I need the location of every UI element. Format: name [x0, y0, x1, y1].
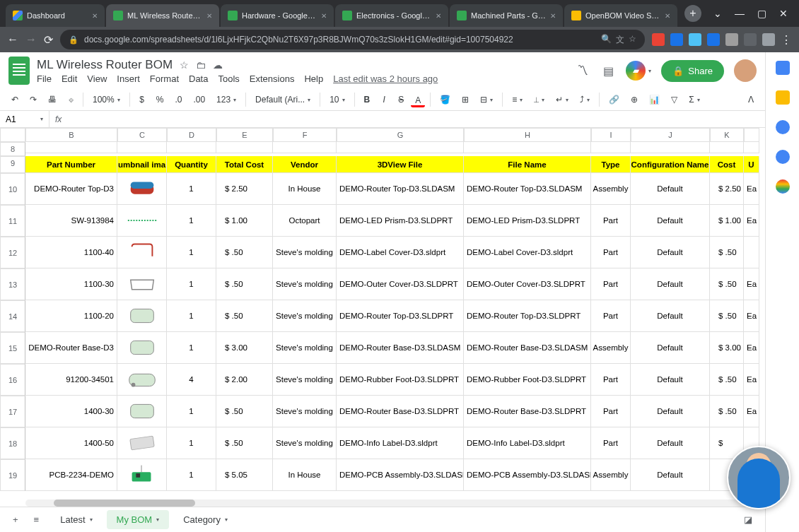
tab-close-icon[interactable]: ✕ — [550, 12, 556, 20]
column-title[interactable]: Vendor — [273, 156, 337, 173]
unit-cell[interactable]: Ea — [744, 300, 759, 332]
column-header[interactable]: C — [117, 128, 167, 142]
3dview-cell[interactable]: DEMO-Info Label-D3.sldprt — [337, 427, 464, 459]
explore-button[interactable]: ◪ — [740, 512, 757, 528]
unit-cell[interactable]: Ea — [744, 332, 759, 364]
row-header[interactable]: 8 — [0, 142, 25, 156]
column-title[interactable]: Quantity — [167, 156, 216, 173]
total-cost-cell[interactable]: $ .50 — [216, 237, 273, 268]
3dview-cell[interactable]: DEMO-LED Prism-D3.SLDPRT — [337, 205, 464, 237]
column-header[interactable]: G — [337, 128, 464, 142]
merge-button[interactable]: ⊟▾ — [476, 93, 497, 106]
part-number-cell[interactable]: 1400-30 — [25, 396, 117, 427]
forward-button[interactable]: → — [25, 33, 37, 46]
total-cost-cell[interactable]: $ 2.00 — [216, 364, 273, 396]
empty-cell[interactable] — [591, 142, 631, 153]
unit-cell[interactable]: Ea — [744, 396, 759, 427]
part-number-cell[interactable]: 1100-40 — [25, 237, 117, 268]
config-cell[interactable]: Default — [631, 332, 710, 364]
config-cell[interactable]: Default — [631, 427, 710, 459]
part-number-cell[interactable]: DEMO-Router Base-D3 — [25, 332, 117, 364]
vendor-cell[interactable]: Steve's molding — [273, 332, 337, 364]
cost-cell[interactable]: $ 2.50 — [710, 173, 744, 205]
ext-icon-5[interactable] — [744, 33, 757, 46]
ext-puzzle-icon[interactable] — [725, 33, 738, 46]
3dview-cell[interactable]: DEMO-Router Base-D3.SLDASM — [337, 332, 464, 364]
thumbnail-cell[interactable] — [117, 205, 167, 237]
cost-cell[interactable]: $ .50 — [710, 364, 744, 396]
empty-cell[interactable] — [273, 142, 337, 153]
unit-cell[interactable]: Ea — [744, 205, 759, 237]
row-header[interactable]: 16 — [0, 364, 25, 396]
unit-cell[interactable] — [744, 237, 759, 268]
address-bar[interactable]: 🔒 docs.google.com/spreadsheets/d/1l6LjxH… — [60, 30, 645, 49]
rotate-button[interactable]: ⤴▾ — [576, 93, 594, 106]
3dview-cell[interactable]: DEMO-PCB Assembly-D3.SLDASM — [337, 459, 464, 491]
comment-button[interactable]: ⊕ — [626, 92, 642, 107]
percent-button[interactable]: % — [152, 92, 168, 107]
thumbnail-cell[interactable] — [117, 459, 167, 491]
type-cell[interactable]: Assembly — [591, 459, 631, 491]
document-title[interactable]: ML Wireless Router BOM — [37, 58, 173, 72]
meet-button[interactable]: ▾ — [626, 61, 651, 81]
vendor-cell[interactable]: Steve's molding — [273, 427, 337, 459]
tasks-icon[interactable] — [776, 120, 790, 134]
browser-tab[interactable]: Electronics - Google Shee✕ — [335, 4, 448, 27]
wrap-button[interactable]: ↵▾ — [552, 93, 573, 106]
vendor-cell[interactable]: Steve's molding — [273, 237, 337, 268]
column-header[interactable]: I — [591, 128, 631, 142]
browser-tab[interactable]: Dashboard✕ — [6, 4, 105, 27]
type-cell[interactable]: Part — [591, 268, 631, 300]
maps-icon[interactable] — [776, 179, 790, 194]
column-title[interactable]: File Name — [464, 156, 591, 173]
window-close-icon[interactable]: ✕ — [779, 8, 788, 19]
config-cell[interactable]: Default — [631, 396, 710, 427]
vendor-cell[interactable]: Steve's molding — [273, 300, 337, 332]
borders-button[interactable]: ⊞ — [457, 92, 473, 107]
type-cell[interactable]: Part — [591, 205, 631, 237]
row-header[interactable]: 13 — [0, 268, 25, 300]
horizontal-scrollbar[interactable] — [25, 500, 765, 507]
vendor-cell[interactable]: In House — [273, 173, 337, 205]
filename-cell[interactable]: DEMO-Router Base-D3.SLDASM — [464, 332, 591, 364]
star-icon[interactable]: ☆ — [180, 59, 189, 71]
comments-icon[interactable]: ▤ — [600, 63, 616, 78]
h-align-button[interactable]: ≡▾ — [508, 93, 527, 106]
redo-button[interactable]: ↷ — [25, 92, 41, 107]
unit-cell[interactable]: Ea — [744, 173, 759, 205]
meet-dropdown-icon[interactable]: ▾ — [648, 68, 651, 74]
column-title[interactable]: Type — [591, 156, 631, 173]
type-cell[interactable]: Part — [591, 396, 631, 427]
column-title[interactable]: U — [744, 156, 759, 173]
part-number-cell[interactable]: 1100-30 — [25, 268, 117, 300]
quantity-cell[interactable]: 4 — [167, 364, 216, 396]
row-header[interactable]: 10 — [0, 173, 25, 205]
type-cell[interactable]: Part — [591, 364, 631, 396]
move-folder-icon[interactable]: 🗀 — [196, 59, 206, 71]
window-caret-down-icon[interactable]: ⌄ — [713, 8, 722, 19]
font-select[interactable]: Default (Ari...▾ — [251, 93, 315, 106]
link-button[interactable]: 🔗 — [605, 92, 624, 107]
ext-icon-1[interactable] — [652, 33, 665, 46]
filename-cell[interactable]: DEMO-Outer Cover-D3.SLDPRT — [464, 268, 591, 300]
filename-cell[interactable]: DEMO-Label Cover-D3.sldprt — [464, 237, 591, 268]
filter-button[interactable]: ▽ — [667, 92, 682, 107]
column-header[interactable]: K — [710, 128, 744, 142]
unit-cell[interactable]: Ea — [744, 364, 759, 396]
3dview-cell[interactable]: DEMO-Router Base-D3.SLDPRT — [337, 396, 464, 427]
bookmark-icon[interactable]: ☆ — [629, 34, 636, 46]
fill-color-button[interactable]: 🪣 — [436, 92, 455, 107]
font-size-select[interactable]: 10▾ — [325, 93, 349, 106]
total-cost-cell[interactable]: $ .50 — [216, 268, 273, 300]
part-number-cell[interactable]: DEMO-Router Top-D3 — [25, 173, 117, 205]
config-cell[interactable]: Default — [631, 237, 710, 268]
config-cell[interactable]: Default — [631, 300, 710, 332]
quantity-cell[interactable]: 1 — [167, 173, 216, 205]
tab-close-icon[interactable]: ✕ — [206, 12, 212, 20]
tab-close-icon[interactable]: ✕ — [92, 12, 98, 20]
contacts-icon[interactable] — [776, 150, 790, 164]
column-header[interactable] — [744, 128, 759, 142]
column-title[interactable]: Cost — [710, 156, 744, 173]
more-formats-button[interactable]: 123▾ — [212, 93, 240, 106]
zoom-select[interactable]: 100%▾ — [88, 93, 124, 106]
